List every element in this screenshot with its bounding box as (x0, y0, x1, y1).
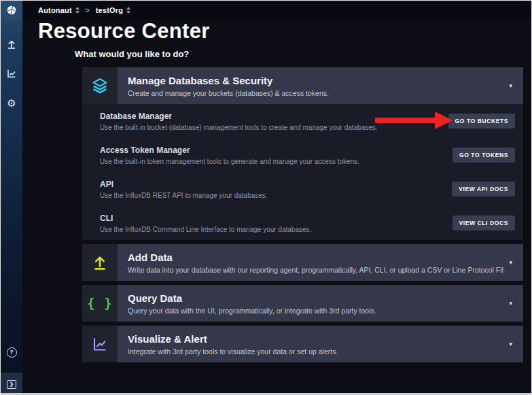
chevron-down-icon: ▾ (503, 82, 518, 89)
go-to-tokens-button[interactable]: GO TO TOKENS (453, 148, 515, 162)
row-title: API (100, 179, 268, 189)
go-to-buckets-button[interactable]: GO TO BUCKETS (448, 114, 515, 128)
panel-icon-cell (82, 244, 118, 281)
sidebar-item-settings[interactable]: ⚙ (1, 93, 22, 112)
console-icon: ❯ (7, 380, 16, 389)
row-text: API Use the InfluxDB REST API to manage … (100, 179, 268, 199)
sort-caret-icon (126, 7, 130, 14)
org-switcher[interactable]: Autonaut (38, 6, 79, 14)
panel-header-text: Add Data Write data into your database w… (128, 252, 503, 274)
row-access-token-manager: Access Token Manager Use the built-in to… (82, 138, 523, 172)
row-text: Database Manager Use the built-in bucket… (100, 111, 378, 131)
chevron-down-icon: ▾ (503, 341, 518, 347)
page-subtitle: What would you like to do? (75, 49, 189, 59)
sidebar-item-console[interactable]: ❯ (1, 373, 22, 395)
sidebar-item-load-data[interactable] (1, 35, 22, 54)
panel-title: Add Data (128, 252, 503, 263)
panel-query-data-header[interactable]: { } Query Data Query your data with the … (82, 285, 523, 322)
panel-manage-databases: Manage Databases & Security Create and m… (82, 67, 523, 240)
upload-icon (6, 39, 17, 50)
panel-header-text: Query Data Query your data with the UI, … (128, 292, 503, 315)
row-text: CLI Use the InfluxDB Command Line Interf… (100, 213, 311, 233)
panel-query-data: { } Query Data Query your data with the … (82, 285, 523, 322)
panel-title: Manage Databases & Security (128, 75, 503, 86)
org-name: Autonaut (38, 6, 72, 14)
layers-icon (90, 76, 109, 95)
breadcrumb-separator: > (86, 7, 90, 14)
row-description: Use the InfluxDB Command Line Interface … (100, 226, 311, 233)
influxdb-logo-icon (6, 5, 17, 16)
row-description: Use the built-in bucket (database) manag… (100, 124, 378, 131)
view-cli-docs-button[interactable]: VIEW CLI DOCS (453, 216, 516, 230)
row-database-manager: Database Manager Use the built-in bucket… (82, 104, 523, 138)
braces-icon: { } (87, 296, 112, 311)
chart-icon (91, 335, 109, 353)
panel-description: Create and manage your buckets (database… (128, 89, 503, 97)
gear-icon: ⚙ (7, 98, 16, 108)
panel-header-band: Visualize & Alert Integrate with 3rd par… (118, 326, 523, 362)
chevron-down-icon: ▾ (503, 300, 518, 307)
row-text: Access Token Manager Use the built-in to… (100, 145, 359, 165)
row-description: Use the built-in token management tools … (100, 158, 359, 165)
panel-header-band: Query Data Query your data with the UI, … (118, 285, 523, 322)
view-api-docs-button[interactable]: VIEW API DOCS (452, 182, 515, 196)
sidebar-item-data-explorer[interactable] (1, 64, 22, 83)
row-api: API Use the InfluxDB REST API to manage … (82, 172, 523, 206)
chevron-down-icon: ▾ (503, 259, 518, 266)
panel-manage-databases-header[interactable]: Manage Databases & Security Create and m… (82, 67, 523, 104)
sidebar: ⚙ ? ❯ (1, 1, 22, 395)
panel-visualize-alert-header[interactable]: Visualize & Alert Integrate with 3rd par… (82, 326, 523, 362)
project-switcher[interactable]: testOrg (96, 6, 131, 14)
row-title: Access Token Manager (100, 145, 359, 155)
influxdb-logo-button[interactable] (1, 1, 22, 20)
panel-add-data: Add Data Write data into your database w… (82, 244, 523, 281)
panel-header-band: Manage Databases & Security Create and m… (118, 67, 523, 104)
row-title: Database Manager (100, 111, 378, 121)
row-cli: CLI Use the InfluxDB Command Line Interf… (82, 206, 523, 240)
panel-description: Write data into your database with our r… (128, 266, 503, 274)
help-icon: ? (7, 347, 17, 358)
panel-icon-cell: { } (82, 285, 118, 322)
panel-title: Query Data (128, 292, 503, 304)
panel-header-band: Add Data Write data into your database w… (118, 244, 523, 281)
sidebar-item-help[interactable]: ? (1, 343, 22, 362)
row-title: CLI (100, 213, 311, 223)
panel-add-data-header[interactable]: Add Data Write data into your database w… (82, 244, 523, 281)
panel-header-text: Manage Databases & Security Create and m… (128, 75, 503, 97)
project-name: testOrg (96, 6, 124, 14)
breadcrumb-bar: Autonaut > testOrg (22, 1, 531, 20)
sort-caret-icon (75, 7, 79, 14)
panel-visualize-alert: Visualize & Alert Integrate with 3rd par… (82, 326, 523, 362)
panel-description: Integrate with 3rd party tools to visual… (128, 347, 503, 356)
graph-icon (6, 68, 17, 79)
panel-icon-cell (82, 67, 118, 104)
panel-icon-cell (82, 326, 118, 362)
row-description: Use the InfluxDB REST API to manage your… (100, 192, 268, 199)
resource-panels: Manage Databases & Security Create and m… (82, 67, 523, 366)
page-title: Resource Center (38, 19, 210, 44)
panel-manage-databases-content: Database Manager Use the built-in bucket… (82, 104, 523, 240)
upload-icon (91, 254, 109, 271)
main-area: Autonaut > testOrg Resource Center What … (22, 1, 531, 395)
panel-title: Visualize & Alert (128, 333, 503, 345)
panel-header-text: Visualize & Alert Integrate with 3rd par… (128, 333, 503, 356)
app-window: ⚙ ? ❯ Autonaut > testOrg Resource Center… (0, 0, 532, 395)
panel-description: Query your data with the UI, programmati… (128, 307, 503, 315)
